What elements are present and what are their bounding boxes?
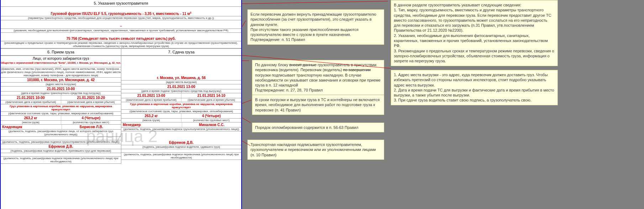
price-value: 75 756 (Семьдесят пять тысяч семьсот пят… (1, 36, 241, 41)
s7-addr: г. Москва, ул. Мишина, д. 56 (121, 75, 241, 80)
connector-line (242, 117, 251, 123)
s6-date1: 21.01.2021 10-00 (1, 87, 121, 92)
s6-driver: Ефремов Д.В. (1, 144, 121, 149)
vehicle-value: Грузовой фургон ISUZU ELF 5.5, грузоподъ… (1, 11, 241, 16)
document-panel: 5. Указания грузоотправителя Грузовой фу… (0, 0, 242, 209)
text: По данному блоку (255, 63, 289, 67)
note-section7-info: 1. Адрес места выгрузки - это адрес, куд… (391, 70, 558, 105)
s6-places-cap: (количество грузовых мест) (61, 121, 121, 124)
s7-driver: Ефремов Д.В. (121, 140, 241, 145)
section-7-title: 7. Сдача груза (121, 49, 241, 56)
dash-caption: (указания, необходимые для выполнения фи… (1, 29, 241, 33)
vehicle-caption: (параметры транспортного средства, необх… (1, 16, 241, 20)
s6-role: Кладовщик (1, 125, 62, 129)
s7-carrier-cap: (должность, подпись, расшифровка подписи… (121, 153, 241, 160)
s6-date1-cap: (дата и время подачи транспортного средс… (1, 92, 121, 95)
section-6-title: 6. Прием груза (1, 49, 121, 56)
s6-date-a: 21.01.2021 10-00 (1, 95, 61, 100)
s6-sig-a-cap: (должность, подпись, расшифровка подписи… (1, 130, 121, 137)
s7-name: Михалков С.С. (182, 122, 241, 127)
s7-places: 4 (Четыре) (181, 114, 241, 118)
price-caption: (рекомендации о предельных сроках и темп… (1, 41, 241, 48)
s7-mass-cap: (масса груза) (121, 119, 181, 122)
connector-line (242, 1, 388, 4)
person-caption: (фамилия, имя, отчество (при наличии), И… (1, 67, 121, 78)
s6-sig-b-cap: (должность, подпись, расшифровка подписи… (1, 140, 121, 144)
s6-date-b: 21.01.2021 10-20 (61, 95, 121, 100)
text-strike: вносит данные (289, 63, 316, 67)
section-6-body: Лицо, от которого забирается груз Общест… (1, 56, 121, 164)
s6-date-b-cap: (фактические дата и время убытия) (61, 100, 121, 104)
dash-value: – (1, 24, 241, 29)
person-title: Лицо, от которого забирается груз (1, 56, 121, 61)
person-value: Общество с ограниченной ответственностью… (1, 61, 121, 67)
s6-places: 4 (Четыре) (61, 116, 121, 120)
s7-pack-cap: (фактическое состояние груза, тары, упак… (121, 110, 241, 114)
s7-date-a-cap: (фактические дата и время прибытия) (121, 98, 181, 101)
s6-pack: Груз упакован в картонные коробки, упако… (1, 104, 121, 112)
s6-addr-cap: (адрес места погрузки) (1, 83, 121, 87)
s6-addr: 101000, г. Москва, ул. Мясницкая, д. 42 (1, 78, 121, 83)
s6-mass-cap: (масса груза) (1, 121, 61, 124)
text: погрузки подписывает транспортную наклад… (255, 73, 380, 93)
note-signatures: Транспортная накладная подписывается гру… (247, 140, 384, 160)
text-strike: по завершении (343, 68, 371, 72)
note-sealing: Порядок опломбирования содержится в п. 5… (252, 122, 384, 132)
s7-mass: 263,2 кг (121, 114, 181, 118)
s7-date-b: 21.01.2021 14-10 (181, 93, 241, 98)
s7-date-a: 21.01.2021 13-00 (121, 93, 181, 98)
note-section5-info: В данном разделе грузоотправитель указыв… (391, 0, 558, 66)
s7-addr-cap: (адрес места выгрузки) (121, 80, 241, 84)
connector-line (242, 61, 249, 61)
s7-driver-cap: (подпись, расшифровка подписи водителя, … (121, 145, 241, 149)
connector-line (242, 21, 246, 27)
s7-role: Менеджер (121, 122, 182, 127)
s6-driver-cap: (подпись, расшифровка подписи водителя, … (1, 149, 121, 153)
s7-date-b-cap: (фактические дата и время убытия) (181, 98, 241, 101)
s6-mass: 263,2 кг (1, 116, 61, 120)
s7-pack: Груз упакован в картонные коробки, упако… (121, 102, 241, 110)
s6-name: Борисов Л.В. (62, 125, 121, 129)
s6-date-a-cap: (фактические дата и время прибытия) (1, 100, 61, 104)
s7-date1: 21.01.2021 13-00 (121, 84, 241, 89)
s7-date1-cap: (дата и время подачи транспортного средс… (121, 89, 241, 93)
section-5-title: 5. Указания грузоотправителя (1, 0, 241, 7)
vehicle-text: Грузовой фургон ISUZU ELF 5.5, грузоподъ… (51, 12, 190, 16)
connector-line (242, 100, 252, 104)
s7-places-cap: (количество грузовых мест) (181, 119, 241, 122)
note-loading-time: В сроки погрузки и выгрузки груза в ТС и… (252, 95, 384, 115)
note-return-equipment: Если перевозчик должен вернуть принадлеж… (247, 9, 384, 45)
s6-carrier-cap: (должность, подпись, расшифровка подписи… (1, 157, 121, 164)
s6-pack-cap: (фактическое состояние груза, тары, упак… (1, 112, 121, 116)
section-7-body: г. Москва, ул. Мишина, д. 56 (адрес мест… (121, 56, 241, 164)
s7-sig-a-cap: (должность, подпись, расшифровка подписи… (121, 127, 241, 131)
vehicle-sup: 3 (190, 11, 191, 14)
